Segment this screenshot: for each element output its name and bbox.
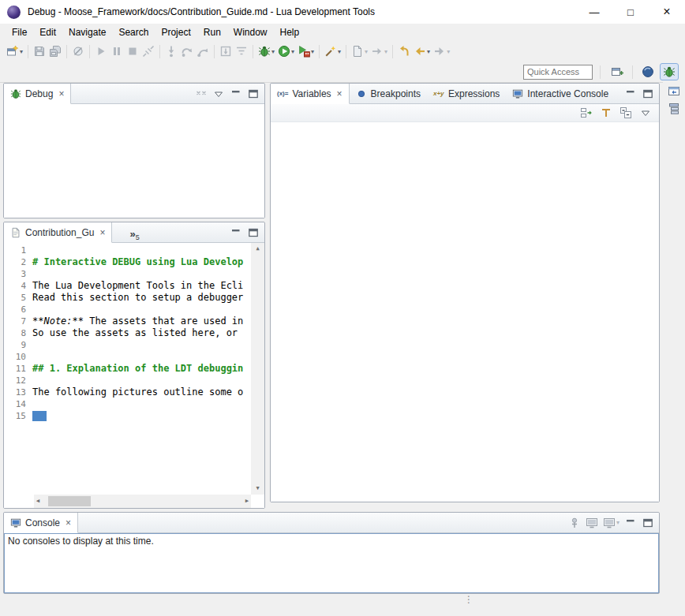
tab-breakpoints[interactable]: Breakpoints xyxy=(350,84,427,103)
tab-variables[interactable]: (x)=Variables× xyxy=(271,84,350,104)
maximize-button[interactable] xyxy=(246,85,260,103)
editor-lines[interactable]: 12# Interactive DEBUG using Lua Develop3… xyxy=(4,245,251,495)
editor-horizontal-scrollbar[interactable]: ◀ ▶ xyxy=(34,495,251,508)
remove-all-terminated-button[interactable] xyxy=(194,85,208,103)
dropdown-arrow-icon[interactable]: ▾ xyxy=(427,48,430,55)
suspend-icon xyxy=(110,45,123,58)
dropdown-arrow-icon[interactable]: ▾ xyxy=(338,48,341,55)
menu-search[interactable]: Search xyxy=(112,25,155,39)
new-untitled-button[interactable]: ▾ xyxy=(350,43,369,60)
open-element-button[interactable]: ▾ xyxy=(323,43,342,60)
dropdown-arrow-icon[interactable]: ▾ xyxy=(447,48,450,55)
menu-window[interactable]: Window xyxy=(227,25,274,39)
tab-debug[interactable]: Debug × xyxy=(4,84,71,104)
tab-interactive-console[interactable]: Interactive Console xyxy=(506,84,615,103)
app-icon[interactable] xyxy=(7,6,21,19)
step-return-button[interactable] xyxy=(195,43,211,60)
dropdown-arrow-icon[interactable]: ▾ xyxy=(616,519,619,526)
scroll-down-icon[interactable]: ▼ xyxy=(253,483,261,495)
menu-project[interactable]: Project xyxy=(155,25,197,39)
close-icon[interactable]: × xyxy=(66,518,71,528)
minimize-button[interactable] xyxy=(229,85,243,103)
line-number: 1 xyxy=(4,245,31,256)
open-console-button[interactable]: ▾ xyxy=(602,514,620,532)
forward-button[interactable]: ▾ xyxy=(432,43,451,60)
sash-grip[interactable]: ⋮ xyxy=(464,595,474,604)
external-tools-button[interactable]: ▾ xyxy=(296,43,316,60)
toolbar-separator xyxy=(253,45,253,58)
menu-run[interactable]: Run xyxy=(197,25,227,39)
scrollbar-thumb[interactable] xyxy=(48,496,91,506)
scroll-left-icon[interactable]: ◀ xyxy=(34,495,42,507)
minimize-button[interactable] xyxy=(623,85,638,103)
close-window-button[interactable]: × xyxy=(649,0,685,24)
terminate-button[interactable] xyxy=(125,43,140,60)
minimize-button[interactable] xyxy=(229,224,243,241)
debug-perspective-button[interactable] xyxy=(660,63,679,80)
save-button[interactable] xyxy=(32,43,47,60)
tab-expressions[interactable]: x+yExpressions xyxy=(427,84,506,103)
close-icon[interactable]: × xyxy=(99,228,105,237)
show-type-names-button[interactable] xyxy=(598,104,614,121)
minimize-window-button[interactable]: — xyxy=(576,0,612,24)
display-selected-console-button[interactable] xyxy=(585,514,599,532)
disconnect-button[interactable] xyxy=(140,43,156,60)
dropdown-arrow-icon[interactable]: ▾ xyxy=(384,48,387,55)
maximize-button[interactable] xyxy=(641,85,655,103)
step-over-button[interactable] xyxy=(179,43,195,60)
dropdown-arrow-icon[interactable]: ▾ xyxy=(311,48,314,55)
drop-to-frame-button[interactable] xyxy=(218,43,234,60)
dropdown-arrow-icon[interactable]: ▾ xyxy=(291,48,294,55)
editor-line: 15 xyxy=(4,410,251,422)
menu-navigate[interactable]: Navigate xyxy=(62,25,112,39)
dropdown-arrow-icon[interactable]: ▾ xyxy=(20,48,23,55)
collapse-all-button[interactable] xyxy=(618,104,634,121)
menu-file[interactable]: File xyxy=(6,25,33,39)
close-icon[interactable]: × xyxy=(337,89,342,99)
forward-icon xyxy=(433,45,446,58)
resume-button[interactable] xyxy=(93,43,109,60)
quick-access-input[interactable] xyxy=(523,65,593,80)
menu-edit[interactable]: Edit xyxy=(33,25,62,39)
scroll-right-icon[interactable]: ▶ xyxy=(243,495,251,507)
view-menu-button[interactable] xyxy=(638,104,653,121)
maximize-button[interactable] xyxy=(641,514,655,532)
minimized-view-button[interactable] xyxy=(666,103,682,118)
scroll-up-icon[interactable]: ▲ xyxy=(253,243,261,255)
editor-line: 5Read this section to setup a debugger xyxy=(4,292,251,304)
step-into-button[interactable] xyxy=(163,43,179,60)
maximize-window-button[interactable]: □ xyxy=(612,0,649,24)
ldt-perspective-button[interactable] xyxy=(638,63,657,80)
dropdown-arrow-icon[interactable]: ▾ xyxy=(365,48,368,55)
line-number: 7 xyxy=(4,315,31,327)
pin-console-button[interactable] xyxy=(567,514,582,532)
back-button[interactable]: ▾ xyxy=(412,43,432,60)
save-all-button[interactable] xyxy=(47,43,63,60)
editor-line: 4The Lua Development Tools in the Ecli xyxy=(4,280,251,292)
open-perspective-button[interactable] xyxy=(608,63,627,80)
new-wizard-button[interactable]: ▾ xyxy=(5,43,24,60)
menu-help[interactable]: Help xyxy=(274,25,306,39)
skip-all-breakpoints-button[interactable] xyxy=(70,43,86,60)
view-menu-button[interactable] xyxy=(211,85,226,103)
close-icon[interactable]: × xyxy=(58,89,64,99)
save-icon xyxy=(33,45,46,58)
maximize-button[interactable] xyxy=(246,224,260,241)
restore-minimized-view-button[interactable] xyxy=(666,84,682,100)
debug-button[interactable]: ▾ xyxy=(256,43,276,60)
toolbar-separator xyxy=(28,45,28,58)
use-step-filters-button[interactable] xyxy=(234,43,249,60)
link-with-editor-button[interactable]: ▾ xyxy=(369,43,389,60)
minimize-button[interactable] xyxy=(623,514,638,532)
show-logical-structure-button[interactable] xyxy=(578,104,594,121)
editor-vertical-scrollbar[interactable]: ▲ ▼ xyxy=(251,243,264,495)
suspend-button[interactable] xyxy=(109,43,125,60)
tab-contribution-guide[interactable]: Contribution_Gu × xyxy=(4,222,112,243)
dropdown-arrow-icon[interactable]: ▾ xyxy=(271,48,275,55)
hidden-editors-chevron[interactable]: »5 xyxy=(126,222,142,242)
line-number: 9 xyxy=(4,339,31,351)
run-button[interactable]: ▾ xyxy=(276,43,296,60)
tab-console[interactable]: Console × xyxy=(4,513,78,533)
editor-body[interactable]: 12# Interactive DEBUG using Lua Develop3… xyxy=(4,243,264,508)
last-edit-location-button[interactable] xyxy=(396,43,412,60)
